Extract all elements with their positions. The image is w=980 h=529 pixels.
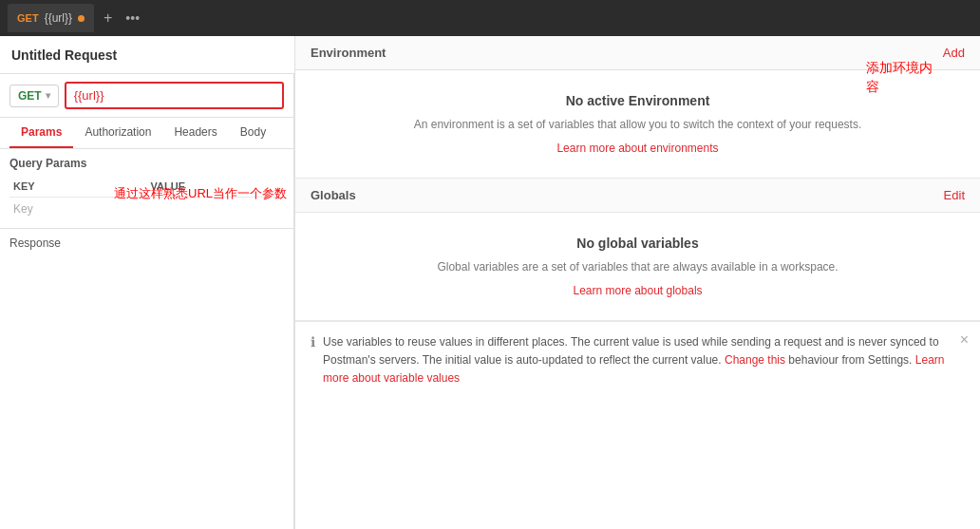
request-tabs: Params Authorization Headers Body	[0, 118, 293, 149]
cn-annotation-add-env: 添加环境内容	[866, 59, 933, 96]
no-globals-desc: Global variables are a set of variables …	[311, 258, 965, 275]
no-env-desc: An environment is a set of variables tha…	[311, 116, 965, 133]
globals-title: Globals	[311, 188, 356, 202]
value-cell	[147, 200, 285, 217]
no-globals-section: No global variables Global variables are…	[295, 213, 980, 321]
main-layout: GET ▾ Params Authorization Headers Body …	[0, 74, 980, 529]
tab-headers[interactable]: Headers	[162, 118, 228, 148]
tab-unsaved-dot	[78, 15, 85, 22]
key-cell[interactable]: Key	[9, 200, 147, 217]
left-panel: GET ▾ Params Authorization Headers Body …	[0, 74, 294, 529]
method-selector[interactable]: GET ▾	[9, 85, 59, 107]
info-close-button[interactable]: ×	[960, 331, 969, 349]
learn-environments-link[interactable]: Learn more about environments	[556, 142, 718, 155]
query-params-title: Query Params	[9, 157, 284, 170]
method-chevron-icon: ▾	[46, 90, 50, 101]
response-section: Response	[0, 228, 293, 257]
tab-url-text: {{url}}	[45, 11, 72, 25]
url-bar: GET ▾	[0, 74, 293, 118]
info-banner: ℹ Use variables to reuse values in diffe…	[295, 321, 980, 400]
no-globals-title: No global variables	[311, 236, 965, 251]
tab-params[interactable]: Params	[9, 118, 73, 148]
globals-header: Globals Edit	[295, 179, 980, 213]
tab-authorization[interactable]: Authorization	[73, 118, 162, 148]
tab-method: GET	[17, 12, 39, 24]
info-text: Use variables to reuse values in differe…	[323, 333, 965, 388]
add-environment-button[interactable]: Add	[943, 46, 965, 60]
request-tab[interactable]: GET {{url}}	[8, 4, 94, 32]
key-column-header: KEY	[9, 179, 147, 194]
method-label: GET	[18, 89, 42, 103]
url-input[interactable]	[65, 82, 284, 109]
query-params-section: Query Params KEY VALUE Key	[0, 149, 293, 228]
tab-bar: GET {{url}} + •••	[0, 0, 980, 36]
tab-body[interactable]: Body	[229, 118, 277, 148]
more-tabs-button[interactable]: •••	[122, 10, 143, 26]
info-text-part2: behaviour from Settings.	[788, 353, 912, 367]
env-panel-title: Environment	[311, 46, 386, 60]
info-icon: ℹ	[311, 334, 315, 350]
param-row-empty: Key	[9, 198, 284, 220]
request-name: Untitled Request	[11, 47, 117, 63]
change-this-link[interactable]: Change this	[725, 353, 785, 367]
param-table: KEY VALUE Key	[9, 176, 284, 220]
new-tab-button[interactable]: +	[100, 9, 116, 27]
learn-globals-link[interactable]: Learn more about globals	[573, 284, 702, 297]
edit-globals-button[interactable]: Edit	[944, 188, 965, 202]
param-table-header: KEY VALUE	[9, 176, 284, 198]
value-column-header: VALUE	[147, 179, 285, 194]
environment-panel: Environment Add No active Environment An…	[294, 36, 980, 529]
